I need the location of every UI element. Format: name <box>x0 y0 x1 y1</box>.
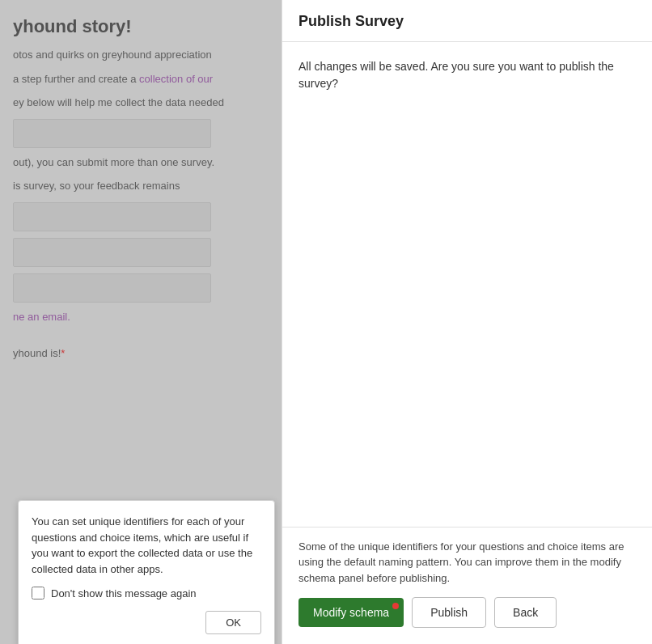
paragraph5: is survey, so your feedback remains <box>13 178 269 194</box>
footer-buttons: Modify schema Publish Back <box>298 597 636 628</box>
back-button[interactable]: Back <box>494 597 557 628</box>
publish-button[interactable]: Publish <box>412 597 486 628</box>
paragraph1: otos and quirks on greyhound appreciatio… <box>13 47 269 63</box>
modify-schema-button[interactable]: Modify schema <box>298 598 404 627</box>
input-field-3 <box>13 238 211 267</box>
section-label: yhound is!* <box>13 345 269 362</box>
paragraph2: a step further and create a collection o… <box>13 71 269 87</box>
modal-body: All changes will be saved. Are you sure … <box>282 42 652 527</box>
email-link[interactable]: ne an email. <box>13 311 70 323</box>
ok-button[interactable]: OK <box>205 611 261 634</box>
modal-header: Publish Survey <box>282 0 652 42</box>
tooltip-checkbox-row: Don't show this message again <box>32 587 261 600</box>
left-content: yhound story! otos and quirks on greyhou… <box>0 0 282 386</box>
tooltip-popup: You can set unique identifiers for each … <box>18 500 275 644</box>
required-mark: * <box>61 347 65 359</box>
right-panel: Publish Survey All changes will be saved… <box>282 0 652 644</box>
paragraph4: out), you can submit more than one surve… <box>13 155 269 171</box>
tooltip-ok-row: OK <box>32 611 261 634</box>
modal-footer: Some of the unique identifiers for your … <box>282 527 652 645</box>
input-field-1 <box>13 119 211 148</box>
link2: ne an email. <box>13 309 269 325</box>
dont-show-label[interactable]: Don't show this message again <box>51 587 197 600</box>
dont-show-checkbox[interactable] <box>32 587 44 600</box>
page-title: yhound story! <box>13 16 269 37</box>
input-field-4 <box>13 273 211 303</box>
collection-link[interactable]: collection of our <box>139 73 213 85</box>
tooltip-message: You can set unique identifiers for each … <box>32 514 261 577</box>
modal-body-text: All changes will be saved. Are you sure … <box>298 58 636 92</box>
input-field-2 <box>13 202 211 231</box>
red-dot-indicator <box>392 603 399 609</box>
modal-title: Publish Survey <box>298 13 636 30</box>
footer-message: Some of the unique identifiers for your … <box>298 539 636 587</box>
paragraph3: ey below will help me collect the data n… <box>13 95 269 111</box>
